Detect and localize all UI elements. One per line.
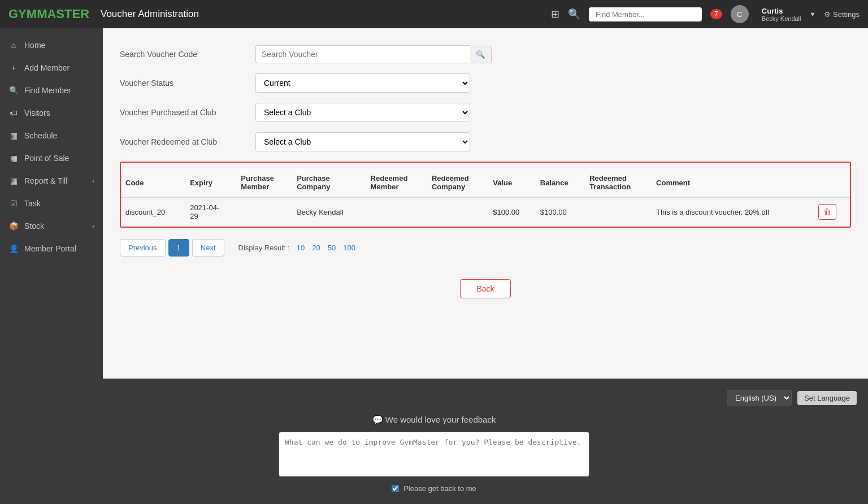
cell-value: $100.00 [488, 197, 536, 227]
sidebar-item-point-of-sale[interactable]: ▦ Point of Sale [0, 147, 103, 170]
sidebar-item-label: Point of Sale [24, 154, 69, 163]
col-expiry: Expiry [185, 168, 236, 197]
settings-button[interactable]: ⚙ Settings [824, 10, 860, 19]
cell-purchase-member [236, 197, 292, 227]
sidebar-item-report-till[interactable]: ▦ Report & Till › [0, 170, 103, 192]
find-member-input[interactable] [589, 7, 702, 21]
col-code: Code [121, 168, 185, 197]
voucher-redeemed-label: Voucher Redeemed at Club [120, 137, 255, 146]
table-row: discount_20 2021-04-29 Becky Kendall $10… [121, 197, 850, 227]
feedback-checkbox[interactable] [392, 485, 399, 492]
col-balance: Balance [536, 168, 585, 197]
sidebar-item-label: Task [24, 199, 41, 208]
notification-badge[interactable]: 7 [710, 9, 722, 19]
sidebar-item-add-member[interactable]: + Add Member [0, 57, 103, 79]
sidebar-item-member-portal[interactable]: 👤 Member Portal [0, 237, 103, 260]
search-icon-top[interactable]: 🔍 [568, 8, 580, 20]
voucher-status-row: Voucher Status Current Expired Redeemed … [120, 73, 851, 93]
next-button[interactable]: Next [192, 239, 224, 257]
sidebar-item-visitors[interactable]: 🏷 Visitors [0, 102, 103, 124]
voucher-redeemed-select[interactable]: Select a Club [255, 132, 470, 151]
search-voucher-input[interactable] [255, 45, 470, 63]
sidebar-item-schedule[interactable]: ▦ Schedule [0, 124, 103, 147]
cell-balance: $100.00 [536, 197, 585, 227]
col-redeemed-member: RedeemedMember [366, 168, 427, 197]
display-10[interactable]: 10 [297, 244, 305, 252]
sidebar-item-task[interactable]: ☑ Task [0, 192, 103, 215]
display-20[interactable]: 20 [312, 244, 320, 252]
display-50[interactable]: 50 [328, 244, 336, 252]
voucher-status-select[interactable]: Current Expired Redeemed All [255, 73, 470, 93]
pagination-area: Previous 1 Next Display Result : 10 20 5… [120, 239, 851, 257]
col-purchase-member: PurchaseMember [236, 168, 292, 197]
grid-icon[interactable]: ⊞ [551, 8, 559, 20]
sidebar-item-label: Add Member [24, 63, 70, 72]
logo-master: MASTER [37, 7, 89, 21]
back-button[interactable]: Back [460, 279, 510, 298]
sidebar-item-label: Find Member [24, 86, 71, 95]
feedback-input-area [11, 432, 857, 479]
feedback-checkbox-row: Please get back to me [11, 484, 857, 493]
sidebar-item-stock[interactable]: 📦 Stock › [0, 215, 103, 237]
display-100[interactable]: 100 [343, 244, 355, 252]
home-icon: ⌂ [8, 41, 19, 50]
cell-redeemed-member [366, 197, 427, 227]
display-result-label: Display Result : [238, 244, 289, 252]
report-arrow-icon: › [92, 177, 94, 184]
table-header-row: Code Expiry PurchaseMember PurchaseCompa… [121, 168, 850, 197]
visitors-icon: 🏷 [8, 108, 19, 118]
sidebar: ⌂ Home + Add Member 🔍 Find Member 🏷 Visi… [0, 28, 103, 379]
col-actions [814, 168, 850, 197]
voucher-purchased-label: Voucher Purchased at Club [120, 108, 255, 117]
col-redeemed-transaction: RedeemedTransaction [585, 168, 652, 197]
voucher-redeemed-row: Voucher Redeemed at Club Select a Club [120, 132, 851, 151]
voucher-purchased-row: Voucher Purchased at Club Select a Club [120, 103, 851, 122]
logo: GYMMASTER [8, 7, 89, 21]
schedule-icon: ▦ [8, 131, 19, 140]
search-voucher-row: Search Voucher Code 🔍 [120, 45, 851, 63]
sidebar-item-home[interactable]: ⌂ Home [0, 34, 103, 57]
portal-icon: 👤 [8, 244, 19, 253]
sidebar-item-find-member[interactable]: 🔍 Find Member [0, 79, 103, 102]
page-1-button[interactable]: 1 [168, 239, 189, 257]
top-icons: ⊞ 🔍 7 C Curtis Becky Kendall ▼ ⚙ Setting… [551, 5, 860, 23]
feedback-icon: 💬 [372, 415, 383, 424]
search-voucher-button[interactable]: 🔍 [470, 46, 492, 63]
report-icon: ▦ [8, 176, 19, 185]
sidebar-item-label: Schedule [24, 131, 57, 140]
delete-button[interactable]: 🗑 [818, 204, 836, 220]
col-comment: Comment [652, 168, 814, 197]
set-language-button[interactable]: Set Language [797, 391, 857, 405]
voucher-status-label: Voucher Status [120, 79, 255, 88]
feedback-checkbox-label: Please get back to me [403, 484, 476, 493]
main-area: ⌂ Home + Add Member 🔍 Find Member 🏷 Visi… [0, 28, 868, 379]
sidebar-item-label: Home [24, 41, 45, 50]
cell-purchase-company: Becky Kendall [292, 197, 366, 227]
sidebar-item-label: Member Portal [24, 244, 76, 253]
app-wrapper: GYMMASTER Voucher Administration ⊞ 🔍 7 C… [0, 0, 868, 504]
sidebar-item-label: Stock [24, 221, 44, 231]
cell-redeemed-company [427, 197, 488, 227]
col-purchase-company: PurchaseCompany [292, 168, 366, 197]
voucher-purchased-select[interactable]: Select a Club [255, 103, 470, 122]
sidebar-item-label: Report & Till [24, 176, 67, 185]
cell-code: discount_20 [121, 197, 185, 227]
language-select[interactable]: English (US) [727, 390, 792, 406]
stock-icon: 📦 [8, 221, 19, 231]
user-info: Curtis Becky Kendall [762, 7, 801, 22]
search-voucher-label: Search Voucher Code [120, 50, 255, 59]
feedback-textarea[interactable] [279, 432, 589, 477]
footer-lang-row: English (US) Set Language [11, 390, 857, 406]
sidebar-item-label: Visitors [24, 108, 50, 118]
cell-delete[interactable]: 🗑 [814, 197, 850, 227]
logo-gym: GYM [8, 7, 37, 21]
user-name: Curtis [762, 7, 801, 15]
feedback-title: 💬 We would love your feedback [11, 415, 857, 425]
user-dropdown-icon[interactable]: ▼ [810, 11, 816, 18]
prev-button[interactable]: Previous [120, 239, 166, 257]
cell-expiry: 2021-04-29 [185, 197, 236, 227]
cell-redeemed-transaction [585, 197, 652, 227]
pos-icon: ▦ [8, 154, 19, 163]
avatar: C [731, 5, 749, 23]
content-area: Search Voucher Code 🔍 Voucher Status Cur… [103, 28, 868, 379]
